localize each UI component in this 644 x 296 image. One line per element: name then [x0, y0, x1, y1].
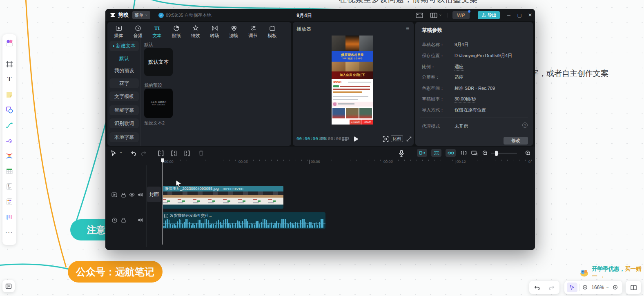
- board-redo-button[interactable]: [544, 281, 559, 294]
- category-fancy-text[interactable]: 花字: [109, 78, 139, 88]
- category-label: 新建文本: [116, 42, 136, 49]
- param-value-dropdown[interactable]: 30.00帧/秒: [455, 96, 476, 103]
- fullscreen-button[interactable]: [406, 136, 412, 142]
- preview-thumb: [345, 36, 359, 51]
- audio-track-lock-button[interactable]: [120, 217, 127, 223]
- auto-snap-toggle[interactable]: [431, 149, 441, 157]
- timeline-zoom-in-button[interactable]: [524, 149, 532, 157]
- templates-tool[interactable]: [4, 38, 15, 48]
- player-menu-icon[interactable]: ≡: [404, 24, 411, 32]
- table-tool[interactable]: [4, 166, 15, 176]
- connector-tool[interactable]: [4, 120, 15, 131]
- proxy-info-icon[interactable]: ?: [522, 122, 528, 128]
- brand-bubble-label: 公众号：远航笔记: [76, 265, 154, 278]
- play-button[interactable]: [353, 135, 359, 142]
- zoom-chevron-icon[interactable]: ⌄: [606, 284, 609, 289]
- timeline-zoom-slider[interactable]: [491, 153, 517, 154]
- shapes-tool[interactable]: [4, 105, 15, 115]
- export-button[interactable]: 导出: [478, 11, 500, 19]
- close-button[interactable]: ✕: [526, 11, 534, 19]
- pen-tool[interactable]: [4, 135, 15, 146]
- vip-badge[interactable]: VIP: [452, 11, 470, 19]
- tab-templates[interactable]: 模板: [263, 22, 282, 39]
- zoom-in-button[interactable]: [611, 283, 620, 292]
- tab-media[interactable]: 媒体: [109, 22, 128, 39]
- category-text-templates[interactable]: 文字模板: [109, 91, 139, 101]
- shortcut-keys-button[interactable]: [415, 12, 424, 18]
- video-preview[interactable]: 俄罗斯农村日常 109个视频 十分钟/个 加入会员 全店任下 ¥998: [332, 36, 373, 125]
- video-track-hide-button[interactable]: [129, 191, 135, 198]
- timeline-ruler[interactable]: 00:00 00:03 00:06 00:09 00:12 0: [146, 158, 535, 165]
- zoom-out-button[interactable]: [581, 283, 590, 292]
- more-tools[interactable]: ···: [4, 227, 15, 238]
- minimap-button[interactable]: [630, 285, 637, 291]
- video-track-lock-button[interactable]: [120, 191, 127, 198]
- redo-button[interactable]: [140, 149, 148, 157]
- board-text-side[interactable]: 字，或者自主创作文案: [531, 68, 608, 79]
- ratio-button[interactable]: 比例: [391, 135, 403, 142]
- default-text-card[interactable]: 默认文本: [144, 48, 173, 76]
- playhead[interactable]: [161, 158, 165, 245]
- record-voiceover-button[interactable]: [397, 149, 406, 158]
- tab-adjust[interactable]: 调节: [243, 22, 263, 39]
- modify-button[interactable]: 修改: [504, 137, 528, 145]
- menu-button[interactable]: 菜单 ⌄: [132, 11, 150, 19]
- mindmap-tool[interactable]: [4, 151, 15, 161]
- preview-axis-toggle[interactable]: [459, 149, 468, 157]
- media-card-tool[interactable]: [4, 196, 15, 207]
- board-text-top[interactable]: 在视频里多设问题，前期可以借鉴文案: [339, 0, 478, 5]
- cover-button[interactable]: 封面: [147, 187, 161, 202]
- ruler-label: 00:00: [164, 160, 174, 164]
- promo-banner[interactable]: 开学季优惠，买一赠一 →: [579, 265, 644, 280]
- preview-quality-button[interactable]: [382, 136, 389, 142]
- param-value-dropdown[interactable]: 适应: [455, 64, 464, 71]
- zoom-level[interactable]: 166%: [591, 285, 604, 290]
- category-lyrics[interactable]: 识别歌词: [109, 118, 139, 128]
- tab-filters[interactable]: 滤镜: [224, 22, 243, 39]
- brand-bubble[interactable]: 公众号：远航笔记: [68, 261, 163, 283]
- audio-clip[interactable]: 发货撤销开发商可交付...: [163, 212, 325, 229]
- select-tool-chevron-icon[interactable]: ⌄: [118, 148, 123, 155]
- delete-button[interactable]: [197, 149, 205, 157]
- frame-grid-icon[interactable]: [341, 136, 348, 142]
- select-tool-button[interactable]: [109, 149, 118, 157]
- category-local-captions[interactable]: 本地字幕: [109, 132, 139, 142]
- fit-timeline-button[interactable]: [470, 149, 479, 157]
- tab-transitions[interactable]: 转场: [205, 22, 224, 39]
- ruler-label: 00:12: [455, 160, 466, 164]
- preset-text-card[interactable]: 公众号: 远航笔记 WXP: 11830835: [144, 89, 173, 118]
- text-card-tool[interactable]: T: [4, 181, 15, 192]
- video-track-mute-button[interactable]: [137, 191, 143, 198]
- linkage-toggle[interactable]: [446, 149, 456, 157]
- sticky-note-tool[interactable]: [4, 89, 15, 100]
- pointer-mode-button[interactable]: [567, 283, 577, 292]
- category-my-presets[interactable]: 我的预设: [109, 66, 139, 75]
- category-auto-captions[interactable]: 智能字幕: [109, 105, 139, 115]
- main-track-magnet-toggle[interactable]: [417, 149, 427, 157]
- tab-sticker[interactable]: 贴纸: [167, 22, 186, 39]
- video-clip[interactable]: 微信图片_20230904093055.jpg 00:00:05:00: [163, 186, 283, 209]
- kanban-tool[interactable]: [4, 212, 15, 223]
- undo-button[interactable]: [129, 149, 137, 157]
- trim-left-button[interactable]: [170, 149, 178, 157]
- whiteboard-canvas[interactable]: 在视频里多设问题，前期可以借鉴文案 字，或者自主创作文案 注意事 公众号：远航笔…: [0, 0, 644, 296]
- text-tool[interactable]: T: [4, 74, 15, 85]
- maximize-button[interactable]: ▢: [515, 11, 524, 19]
- slides-panel-button[interactable]: [2, 280, 15, 292]
- split-button[interactable]: [157, 149, 165, 157]
- minimize-button[interactable]: –: [505, 11, 513, 19]
- tab-effects[interactable]: 特效: [186, 22, 205, 39]
- frame-tool[interactable]: [4, 59, 15, 69]
- preview-detail-page: ¥998 加入购物车: [332, 79, 373, 125]
- layout-switch-button[interactable]: ⌄: [429, 12, 443, 18]
- timeline-zoom-out-button[interactable]: [481, 149, 489, 157]
- tab-audio[interactable]: 音频: [128, 22, 147, 39]
- trim-right-button[interactable]: [183, 149, 191, 157]
- board-undo-button[interactable]: [529, 281, 544, 294]
- zoom-slider-handle[interactable]: [495, 151, 498, 156]
- audio-track-mute-button[interactable]: [137, 217, 143, 223]
- param-value-dropdown[interactable]: 适应: [455, 74, 464, 81]
- tab-text[interactable]: TI 文本: [147, 22, 167, 39]
- category-new-text[interactable]: 新建文本: [109, 41, 139, 51]
- category-default[interactable]: 默认: [109, 54, 139, 63]
